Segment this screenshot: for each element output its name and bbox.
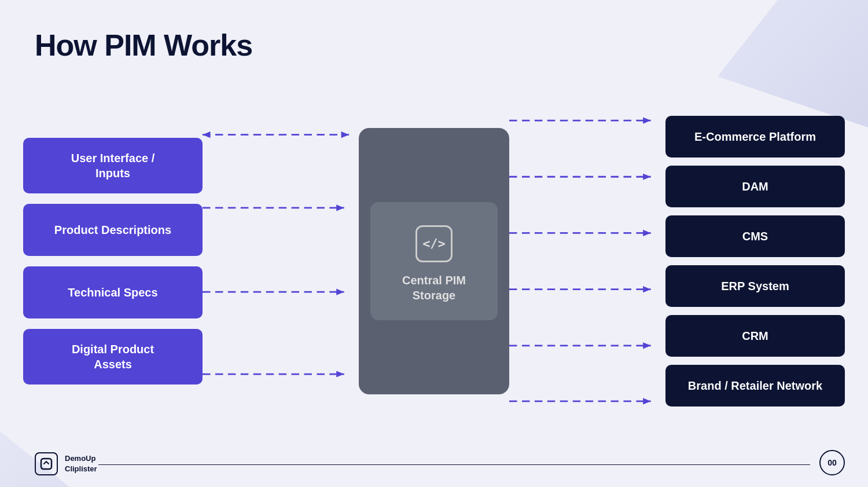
input-label-user-interface: User Interface /Inputs xyxy=(71,151,155,181)
diagram-container: User Interface /Inputs Product Descripti… xyxy=(23,93,845,429)
svg-marker-8 xyxy=(336,371,344,377)
svg-marker-16 xyxy=(643,286,651,292)
output-label-crm: CRM xyxy=(742,328,768,343)
svg-marker-20 xyxy=(643,398,651,404)
input-box-digital-product-assets: Digital ProductAssets xyxy=(23,329,203,385)
logo-svg xyxy=(40,457,53,470)
svg-marker-4 xyxy=(336,204,344,211)
output-box-crm: CRM xyxy=(665,315,845,357)
input-box-product-descriptions: Product Descriptions xyxy=(23,204,203,256)
output-label-dam: DAM xyxy=(742,179,768,194)
pim-inner-box: </> Central PIMStorage xyxy=(370,202,498,320)
output-label-erp: ERP System xyxy=(721,279,789,294)
svg-marker-10 xyxy=(643,117,651,123)
input-box-user-interface: User Interface /Inputs xyxy=(23,138,203,193)
output-box-cms: CMS xyxy=(665,215,845,257)
page-number: 00 xyxy=(819,450,845,475)
code-icon-text: </> xyxy=(422,236,446,251)
output-box-brand-retailer: Brand / Retailer Network xyxy=(665,365,845,407)
pim-center-box: </> Central PIMStorage xyxy=(359,128,509,394)
svg-rect-21 xyxy=(41,459,52,469)
footer-line xyxy=(98,464,810,466)
right-arrows-area xyxy=(509,93,665,429)
output-box-dam: DAM xyxy=(665,166,845,207)
page-title: How PIM Works xyxy=(35,28,252,63)
output-box-erp: ERP System xyxy=(665,265,845,307)
product-name: Cliplister xyxy=(65,464,97,474)
company-name: DemoUp xyxy=(65,453,97,464)
output-label-brand-retailer: Brand / Retailer Network xyxy=(688,378,822,393)
svg-marker-18 xyxy=(643,342,651,349)
svg-marker-6 xyxy=(336,289,344,295)
output-box-ecommerce: E-Commerce Platform xyxy=(665,116,845,158)
footer: DemoUp Cliplister xyxy=(35,452,97,475)
svg-marker-2 xyxy=(341,131,350,138)
left-arrows-area xyxy=(203,93,359,429)
svg-marker-12 xyxy=(643,174,651,180)
logo-icon xyxy=(35,452,58,475)
input-box-technical-specs: Technical Specs xyxy=(23,266,203,318)
svg-marker-14 xyxy=(643,230,651,236)
output-label-cms: CMS xyxy=(742,229,768,244)
code-icon: </> xyxy=(415,225,453,262)
logo-text: DemoUp Cliplister xyxy=(65,453,97,474)
input-label-digital-product-assets: Digital ProductAssets xyxy=(72,342,154,372)
left-arrows-svg xyxy=(203,93,359,429)
right-arrows-svg xyxy=(509,93,665,429)
input-label-technical-specs: Technical Specs xyxy=(68,285,157,300)
output-label-ecommerce: E-Commerce Platform xyxy=(694,129,816,144)
left-inputs-column: User Interface /Inputs Product Descripti… xyxy=(23,138,203,385)
svg-marker-1 xyxy=(203,131,211,138)
pim-label: Central PIMStorage xyxy=(402,273,466,303)
input-label-product-descriptions: Product Descriptions xyxy=(54,222,171,237)
right-outputs-column: E-Commerce Platform DAM CMS ERP System C… xyxy=(665,116,845,407)
